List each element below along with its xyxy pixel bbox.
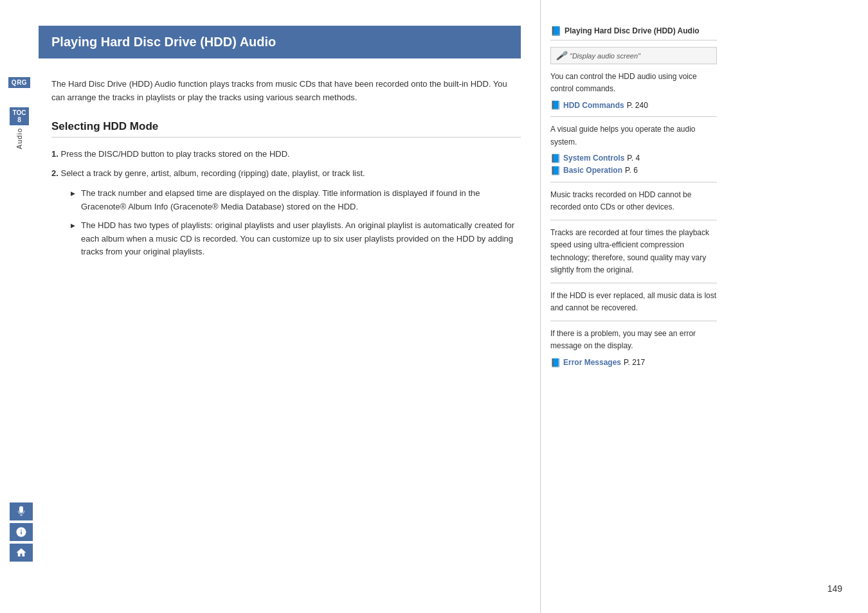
sidebar-para-5: If the HDD is ever replaced, all music d…	[550, 290, 717, 314]
step-1-text: Press the DISC/HDD button to play tracks…	[60, 149, 289, 159]
step-1: 1. Press the DISC/HDD button to play tra…	[51, 148, 521, 161]
sidebar-para-3: Music tracks recorded on HDD cannot be r…	[550, 189, 717, 213]
link-1-line: 📘 HDD Commands P. 240	[550, 100, 717, 110]
page-number: 149	[827, 583, 842, 594]
bottom-icons	[10, 502, 33, 562]
bullet-1: The track number and elapsed time are di…	[71, 187, 521, 214]
sidebar-para-4: Tracks are recorded at four times the pl…	[550, 227, 717, 276]
sidebar-para-2: A visual guide helps you operate the aud…	[550, 123, 717, 148]
voice-text: "Display audio screen"	[570, 52, 640, 60]
qrg-badge: QRG	[8, 77, 30, 88]
link-4-icon: 📘	[550, 358, 561, 368]
separator-5	[550, 321, 717, 321]
separator-2	[550, 182, 717, 182]
link-1-icon: 📘	[550, 100, 561, 110]
info-icon	[15, 526, 27, 538]
home-button[interactable]	[10, 544, 33, 562]
link-3-page: P. 6	[625, 166, 638, 175]
link-2-page: P. 4	[627, 154, 640, 163]
link-1-page: P. 240	[627, 101, 648, 110]
link-4-line: 📘 Error Messages P. 217	[550, 358, 717, 368]
bullet-1-text: The track number and elapsed time are di…	[81, 188, 480, 211]
step-1-number: 1.	[51, 149, 59, 159]
toc-section-label: Audio	[15, 128, 23, 149]
step-2-text: Select a track by genre, artist, album, …	[60, 168, 365, 178]
link-4-page: P. 217	[624, 358, 645, 367]
intro-text: The Hard Disc Drive (HDD) Audio function…	[51, 78, 521, 105]
hdd-commands-link[interactable]: HDD Commands	[563, 101, 624, 110]
voice-section: 🎤 "Display audio screen"	[550, 47, 717, 64]
main-content: Playing Hard Disc Drive (HDD) Audio The …	[39, 0, 540, 613]
toc-badge: TOC 8	[10, 107, 30, 125]
section-title: Selecting HDD Mode	[51, 120, 521, 138]
right-sidebar-title-text: Playing Hard Disc Drive (HDD) Audio	[565, 26, 700, 35]
link-2-icon: 📘	[550, 154, 561, 163]
sidebar-para-6-text: If there is a problem, you may see an er…	[550, 329, 696, 350]
right-sidebar: 📘 Playing Hard Disc Drive (HDD) Audio 🎤 …	[540, 0, 727, 613]
sidebar-para-1: You can control the HDD audio using voic…	[550, 71, 717, 95]
basic-operation-link[interactable]: Basic Operation	[563, 166, 622, 175]
mic-button[interactable]	[10, 502, 33, 520]
separator-4	[550, 283, 717, 283]
info-button[interactable]	[10, 523, 33, 541]
error-messages-link[interactable]: Error Messages	[563, 358, 621, 367]
toc-sidebar: TOC 8 Audio	[10, 107, 30, 149]
left-sidebar: QRG TOC 8 Audio	[0, 0, 39, 613]
sidebar-para-6: If there is a problem, you may see an er…	[550, 328, 717, 352]
link-3-icon: 📘	[550, 166, 561, 175]
page-title: Playing Hard Disc Drive (HDD) Audio	[39, 26, 521, 58]
mic-icon	[15, 506, 27, 517]
voice-cmd-icon: 🎤	[556, 51, 566, 60]
link-2-line: 📘 System Controls P. 4	[550, 154, 717, 163]
separator-3	[550, 220, 717, 220]
home-icon	[15, 547, 27, 558]
right-sidebar-title: 📘 Playing Hard Disc Drive (HDD) Audio	[550, 26, 717, 40]
bullet-2-text: The HDD has two types of playlists: orig…	[81, 220, 514, 257]
step-2: 2. Select a track by genre, artist, albu…	[51, 167, 521, 181]
page-container: QRG TOC 8 Audio	[0, 0, 868, 613]
bullet-2: The HDD has two types of playlists: orig…	[71, 219, 521, 259]
link-3-line: 📘 Basic Operation P. 6	[550, 166, 717, 175]
system-controls-link[interactable]: System Controls	[563, 154, 624, 163]
sidebar-para-1-text: You can control the HDD audio using voic…	[550, 72, 697, 93]
separator-1	[550, 116, 717, 117]
sidebar-para-2-text: A visual guide helps you operate the aud…	[550, 125, 696, 146]
step-2-number: 2.	[51, 168, 59, 178]
ref-book-icon: 📘	[550, 26, 561, 36]
